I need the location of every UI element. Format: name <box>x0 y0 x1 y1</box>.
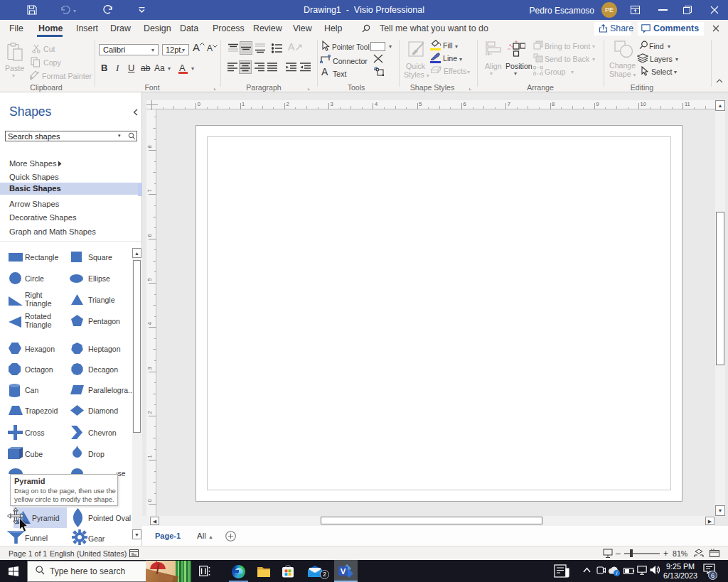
svg-text:V: V <box>341 567 346 576</box>
